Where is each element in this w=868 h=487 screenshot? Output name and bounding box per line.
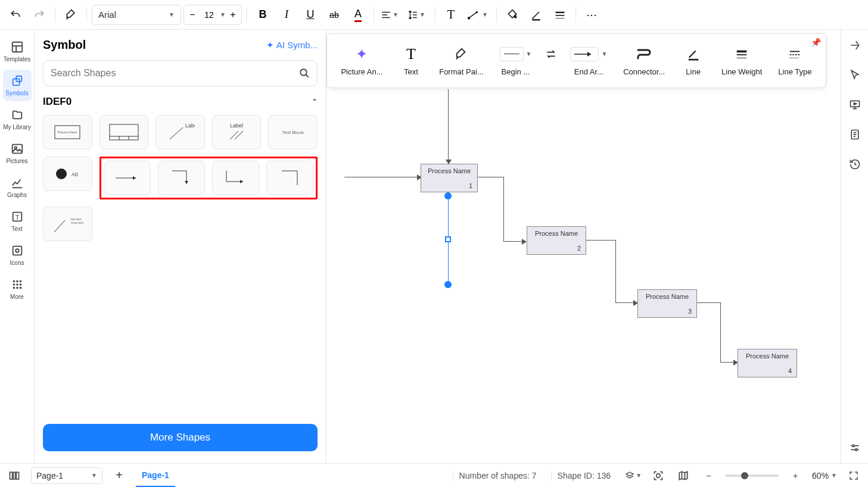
chevron-down-icon: ▼ [482,11,488,18]
rail-text[interactable]: T Text [3,205,32,237]
ctx-line-color[interactable]: Line [676,46,711,76]
ctx-end-arrow[interactable]: ▼ End Ar... [565,46,613,76]
shape-a0-node[interactable]: A0 [43,157,92,191]
shape-corner[interactable] [266,161,313,195]
more-shapes-button[interactable]: More Shapes [43,424,318,451]
connector[interactable] [344,177,417,177]
connector[interactable] [720,302,721,362]
connector[interactable] [503,241,524,242]
focus-button[interactable] [650,467,667,484]
connector[interactable] [503,177,504,241]
rail-pictures[interactable]: Pictures [3,138,32,169]
process-box-1[interactable]: Process Name 1 [421,164,478,192]
collapse-right-icon[interactable] [848,38,862,52]
zoom-value[interactable]: 60%▼ [812,471,837,480]
map-button[interactable] [675,467,692,484]
shape-label-1[interactable]: Label [155,115,205,149]
align-button[interactable]: ▼ [379,4,400,26]
ctx-line-type[interactable]: Line Type [773,46,817,76]
undo-button[interactable] [5,4,26,26]
chevron-down-icon[interactable]: ▼ [220,11,226,18]
shape-text-block[interactable]: Text Block [268,115,318,149]
process-box-2[interactable]: Process Name 2 [527,226,586,255]
connector[interactable] [586,240,616,241]
rail-my-library[interactable]: My Library [3,104,32,135]
shape-text-arrow[interactable]: text textmore text [43,207,92,241]
ctx-swap-arrows[interactable] [542,46,560,76]
rail-graphs[interactable]: Graphs [3,171,32,203]
shape-label-2[interactable]: Label [212,115,262,149]
canvas-area[interactable]: 📌 ✦ Picture An... T Text Format Pai... ▼… [326,30,841,463]
format-painter-button[interactable] [60,4,82,26]
selection-endpoint[interactable] [444,281,452,288]
connector[interactable] [448,89,449,160]
shape-arrow-right-down[interactable] [212,161,259,195]
connector[interactable] [720,362,735,363]
line-color-button[interactable] [525,4,547,26]
svg-text:more text: more text [71,221,83,224]
zoom-slider-handle[interactable] [741,472,748,479]
category-header[interactable]: IDEF0 ⌃ [43,96,318,108]
font-family-select[interactable]: Arial ▼ [92,5,181,25]
font-size-value[interactable]: 12 [200,10,219,20]
selection-midpoint[interactable] [445,236,451,242]
connector[interactable] [615,240,616,303]
ai-symbol-button[interactable]: ✦ AI Symb... [266,40,318,51]
bold-button[interactable]: B [252,4,273,26]
more-options-button[interactable]: ⋯ [581,4,602,26]
connector[interactable] [615,302,634,303]
line-style-button[interactable] [549,4,571,26]
ctx-line-weight[interactable]: Line Weight [716,46,768,76]
text-tool-button[interactable]: T [440,4,462,26]
zoom-out-button[interactable]: − [700,467,717,484]
italic-button[interactable]: I [276,4,297,26]
shape-grid: Process Name Label Label Text Block A0 t… [43,115,318,241]
zoom-in-button[interactable]: + [787,467,804,484]
shape-arrow-straight[interactable] [104,161,151,195]
pages-overview-button[interactable] [6,467,23,484]
search-icon[interactable] [299,68,310,79]
redo-button[interactable] [29,4,50,26]
rail-more[interactable]: More [3,273,32,305]
strikethrough-button[interactable]: ab [323,4,345,26]
search-shapes-box[interactable] [43,60,318,86]
cursor-icon[interactable] [848,68,862,82]
ctx-connector-type[interactable]: Connector... [618,46,671,76]
process-box-3[interactable]: Process Name 3 [637,289,697,318]
page-tab-active[interactable]: Page-1 [136,464,175,487]
ctx-begin-arrow[interactable]: ▼ Begin ... [494,46,537,76]
underline-button[interactable]: U [300,4,321,26]
settings-toggle-icon[interactable] [848,441,862,455]
history-icon[interactable] [848,157,862,171]
shape-arrow-down-right[interactable] [158,161,205,195]
pin-icon[interactable]: 📌 [811,38,821,47]
decrease-font-button[interactable]: − [186,9,198,21]
connector-tool-button[interactable]: ▼ [464,4,491,26]
shape-title-block[interactable] [99,115,149,149]
shape-process-box[interactable]: Process Name [43,115,92,149]
svg-rect-70 [10,472,13,479]
presentation-icon[interactable] [848,98,862,112]
selection-endpoint[interactable] [444,192,452,199]
add-page-button[interactable]: + [111,467,127,484]
rail-symbols[interactable]: Symbols [3,70,32,101]
search-input[interactable] [51,68,299,79]
canvas-content[interactable]: Process Name 1 Process Name 2 [326,30,841,463]
zoom-slider[interactable] [725,474,779,477]
ctx-format-painter[interactable]: Format Pai... [434,46,489,76]
notes-icon[interactable] [848,127,862,142]
connector[interactable] [697,302,721,303]
font-color-button[interactable]: A [347,4,369,26]
fullscreen-button[interactable] [845,467,862,484]
ctx-picture-annotation[interactable]: ✦ Picture An... [335,46,388,76]
fill-button[interactable] [502,4,523,26]
process-box-4[interactable]: Process Name 4 [738,349,797,377]
page-selector[interactable]: Page-1 ▼ [31,467,102,484]
rail-icons[interactable]: Icons [3,239,32,271]
increase-font-button[interactable]: + [227,9,239,21]
line-spacing-button[interactable]: ▼ [403,4,430,26]
connector[interactable] [478,177,504,177]
rail-templates[interactable]: Templates [3,36,32,67]
layers-button[interactable]: ▼ [625,467,642,484]
ctx-text[interactable]: T Text [393,46,429,76]
